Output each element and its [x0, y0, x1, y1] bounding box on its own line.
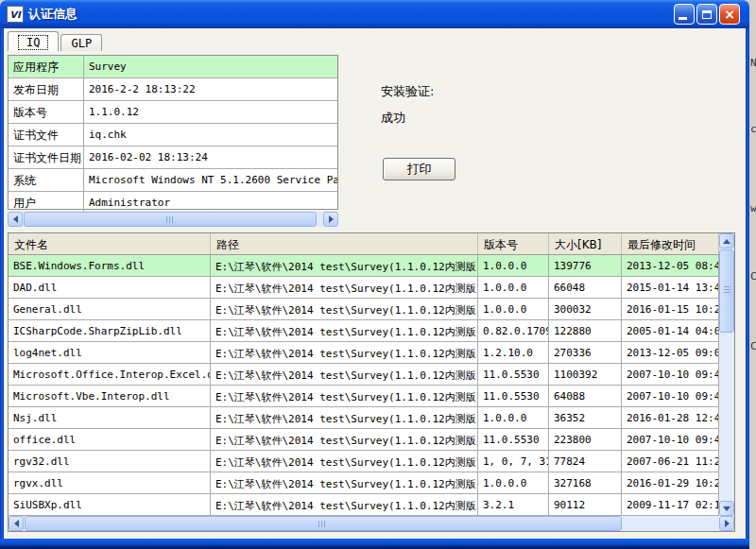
tab-iq[interactable]: IQ — [8, 31, 59, 51]
cell-modified: 2015-01-14 13:49 — [622, 277, 719, 298]
info-row-value: iq.chk — [84, 124, 337, 146]
scroll-right-button[interactable] — [323, 212, 338, 227]
auth-info-window: VI 认证信息 × IQ GLP 应用程序Survey发布日期2016-2-2 … — [0, 0, 749, 549]
cell-path: E:\江琴\软件\2014 test\Survey(1.1.0.12内测版) — [211, 320, 478, 341]
cell-path: E:\江琴\软件\2014 test\Survey(1.1.0.12内测版) — [211, 255, 478, 276]
cell-size: 36352 — [549, 407, 622, 428]
scroll-up-icon — [723, 239, 730, 244]
cell-name: SiUSBXp.dll — [9, 494, 211, 515]
table-row[interactable]: General.dllE:\江琴\软件\2014 test\Survey(1.1… — [9, 299, 719, 320]
cell-path: E:\江琴\软件\2014 test\Survey(1.1.0.12内测版) — [211, 472, 478, 493]
cell-size: 66048 — [549, 277, 622, 298]
file-table: 文件名路径版本号大小[KB]最后修改时间 BSE.Windows.Forms.d… — [8, 232, 735, 532]
cell-name: DAD.dll — [9, 277, 211, 298]
cell-size: 270336 — [549, 342, 622, 363]
form-hscrollbar-thumb[interactable] — [24, 212, 317, 227]
cell-name: BSE.Windows.Forms.dll — [9, 255, 211, 276]
table-row[interactable]: rgv32.dllE:\江琴\软件\2014 test\Survey(1.1.0… — [9, 451, 719, 472]
cell-name: Nsj.dll — [9, 407, 211, 428]
cell-version: 1.2.10.0 — [478, 342, 549, 363]
file-table-header: 文件名路径版本号大小[KB]最后修改时间 — [9, 233, 719, 255]
file-table-vscrollbar[interactable] — [719, 233, 734, 516]
cell-modified: 2007-10-10 09:48 — [622, 364, 719, 385]
cell-name: General.dll — [9, 299, 211, 319]
cell-size: 122880 — [549, 320, 622, 341]
form-hscrollbar[interactable] — [8, 212, 338, 227]
column-header[interactable]: 路径 — [211, 233, 478, 254]
scroll-left-button[interactable] — [8, 212, 23, 227]
cell-version: 1.0.0.0 — [478, 299, 549, 319]
table-row[interactable]: ICSharpCode.SharpZipLib.dllE:\江琴\软件\2014… — [9, 320, 719, 342]
info-row: 系统Microsoft Windows NT 5.1.2600 Service … — [9, 169, 337, 192]
desktop-text-fragment: Ct — [750, 340, 756, 352]
table-row[interactable]: Nsj.dllE:\江琴\软件\2014 test\Survey(1.1.0.1… — [9, 407, 719, 429]
cell-name: rgvx.dll — [9, 472, 211, 493]
cell-version: 1.0.0.0 — [478, 277, 549, 298]
desktop-text-fragment: cr — [750, 123, 756, 135]
minimize-icon — [679, 17, 687, 20]
maximize-button[interactable] — [696, 4, 717, 25]
window-border-right — [746, 28, 749, 539]
scroll-left-button[interactable] — [9, 516, 24, 531]
info-row-label: 证书文件日期 — [9, 146, 84, 168]
cell-modified: 2016-01-28 12:42 — [622, 407, 719, 428]
info-row-value: 2016-02-02 18:13:24 — [84, 146, 337, 168]
cell-path: E:\江琴\软件\2014 test\Survey(1.1.0.12内测版) — [211, 277, 478, 298]
titlebar[interactable]: VI 认证信息 × — [0, 0, 749, 28]
cell-size: 1100392 — [549, 364, 622, 385]
cell-path: E:\江琴\软件\2014 test\Survey(1.1.0.12内测版) — [211, 364, 478, 385]
info-row-label: 用户 — [9, 192, 84, 214]
scroll-down-button[interactable] — [719, 501, 734, 516]
table-row[interactable]: rgvx.dllE:\江琴\软件\2014 test\Survey(1.1.0.… — [9, 472, 719, 494]
cell-modified: 2005-01-14 04:03 — [622, 320, 719, 341]
scroll-up-button[interactable] — [719, 233, 734, 249]
file-table-body: BSE.Windows.Forms.dllE:\江琴\软件\2014 test\… — [9, 255, 719, 516]
table-row[interactable]: Microsoft.Vbe.Interop.dllE:\江琴\软件\2014 t… — [9, 386, 719, 407]
column-header[interactable]: 文件名 — [9, 233, 211, 254]
column-header[interactable]: 大小[KB] — [549, 233, 622, 254]
tab-iq-label: IQ — [18, 35, 48, 50]
info-row-value: 2016-2-2 18:13:22 — [84, 78, 337, 100]
cell-name: ICSharpCode.SharpZipLib.dll — [9, 320, 211, 341]
cell-version: 1.0.0.0 — [478, 407, 549, 428]
cell-size: 64088 — [549, 386, 622, 406]
cell-version: 11.0.5530 — [478, 364, 549, 385]
cell-modified: 2016-01-29 10:25 — [622, 472, 719, 493]
info-row-value: Survey — [84, 56, 337, 77]
table-row[interactable]: SiUSBXp.dllE:\江琴\软件\2014 test\Survey(1.1… — [9, 494, 719, 516]
cell-size: 300032 — [549, 299, 622, 319]
maximize-icon — [702, 10, 712, 19]
close-button[interactable]: × — [719, 4, 740, 25]
table-row[interactable]: Microsoft.Office.Interop.Excel.dllE:\江琴\… — [9, 364, 719, 386]
scroll-right-button[interactable] — [719, 516, 734, 531]
column-header[interactable]: 最后修改时间 — [622, 233, 719, 254]
table-row[interactable]: BSE.Windows.Forms.dllE:\江琴\软件\2014 test\… — [9, 255, 719, 277]
column-header[interactable]: 版本号 — [478, 233, 549, 254]
cell-version: 0.82.0.1709 — [478, 320, 549, 341]
print-button[interactable]: 打印 — [383, 158, 455, 180]
file-table-hscrollbar-thumb[interactable] — [25, 516, 622, 531]
table-row[interactable]: log4net.dllE:\江琴\软件\2014 test\Survey(1.1… — [9, 342, 719, 364]
minimize-button[interactable] — [674, 4, 695, 25]
table-row[interactable]: office.dllE:\江琴\软件\2014 test\Survey(1.1.… — [9, 429, 719, 451]
info-row: 发布日期2016-2-2 18:13:22 — [9, 78, 337, 101]
file-table-vscrollbar-thumb[interactable] — [719, 249, 734, 333]
scroll-down-icon — [723, 506, 730, 511]
cell-path: E:\江琴\软件\2014 test\Survey(1.1.0.12内测版) — [211, 407, 478, 428]
cell-path: E:\江琴\软件\2014 test\Survey(1.1.0.12内测版) — [211, 299, 478, 319]
file-table-hscrollbar[interactable] — [9, 516, 734, 531]
cell-modified: 2013-12-05 08:49 — [622, 255, 719, 276]
window-title: 认证信息 — [28, 6, 77, 23]
cell-name: Microsoft.Vbe.Interop.dll — [9, 386, 211, 406]
info-row: 用户Administrator — [9, 192, 337, 214]
cell-modified: 2013-12-05 09:01 — [622, 342, 719, 363]
app-icon: VI — [7, 6, 24, 23]
info-row: 证书文件日期2016-02-02 18:13:24 — [9, 146, 337, 169]
cell-name: Microsoft.Office.Interop.Excel.dll — [9, 364, 211, 385]
table-row[interactable]: DAD.dllE:\江琴\软件\2014 test\Survey(1.1.0.1… — [9, 277, 719, 299]
info-row-label: 系统 — [9, 169, 84, 191]
tab-glp[interactable]: GLP — [60, 34, 102, 51]
cell-path: E:\江琴\软件\2014 test\Survey(1.1.0.12内测版) — [211, 494, 478, 515]
cell-size: 90112 — [549, 494, 622, 515]
info-row-label: 版本号 — [9, 101, 84, 123]
